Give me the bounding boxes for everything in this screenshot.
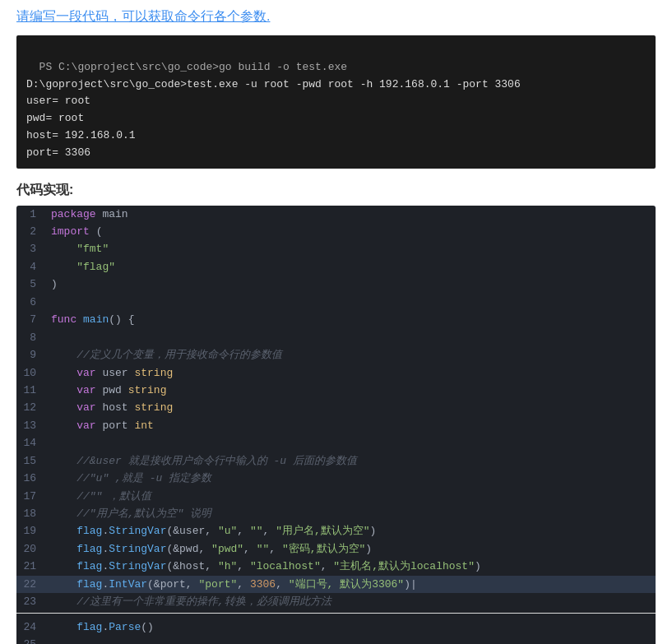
code-block: 1 package main 2 import ( 3 "fmt" 4 "fla…: [16, 206, 656, 644]
code-line-12: 12 var host string: [16, 399, 656, 416]
code-line-5: 5 ): [16, 276, 656, 293]
code-line-11: 11 var pwd string: [16, 382, 656, 399]
intro-text: 请编写一段代码，可以获取命令行各个参数.: [16, 8, 656, 25]
code-line-9: 9 //定义几个变量，用于接收命令行的参数值: [16, 346, 656, 364]
code-line-19: 19 flag.StringVar(&user, "u", "", "用户名,默…: [16, 522, 656, 540]
code-line-2: 2 import (: [16, 223, 656, 240]
code-line-18: 18 //"用户名,默认为空" 说明: [16, 505, 656, 522]
code-line-1: 1 package main: [16, 206, 656, 223]
code-line-8: 8: [16, 329, 656, 346]
code-line-23: 23 //这里有一个非常重要的操作,转换，必须调用此方法: [16, 593, 656, 610]
code-line-14: 14: [16, 434, 656, 452]
section-title: 代码实现:: [16, 182, 656, 199]
code-line-6: 6: [16, 294, 656, 311]
code-line-22: 22 flag.IntVar(&port, "port", 3306, "端口号…: [16, 576, 656, 593]
code-line-13: 13 var port int: [16, 417, 656, 434]
code-line-4: 4 "flag": [16, 258, 656, 276]
code-line-21: 21 flag.StringVar(&host, "h", "localhost…: [16, 558, 656, 575]
line-content: package main: [46, 206, 656, 223]
code-line-20: 20 flag.StringVar(&pwd, "pwd", "", "密码,默…: [16, 540, 656, 558]
code-line-3: 3 "fmt": [16, 240, 656, 257]
code-line-24: 24 flag.Parse(): [16, 619, 656, 636]
line-num: 1: [16, 206, 46, 223]
code-line-15: 15 //&user 就是接收用户命令行中输入的 -u 后面的参数值: [16, 452, 656, 470]
code-line-10: 10 var user string: [16, 364, 656, 382]
code-line-25: 25: [16, 636, 656, 644]
code-line-16: 16 //"u" ,就是 -u 指定参数: [16, 470, 656, 487]
terminal-block: PS C:\goproject\src\go_code>go build -o …: [16, 35, 656, 169]
code-line-17: 17 //"" ，默认值: [16, 488, 656, 505]
code-line-7: 7 func main() {: [16, 311, 656, 328]
